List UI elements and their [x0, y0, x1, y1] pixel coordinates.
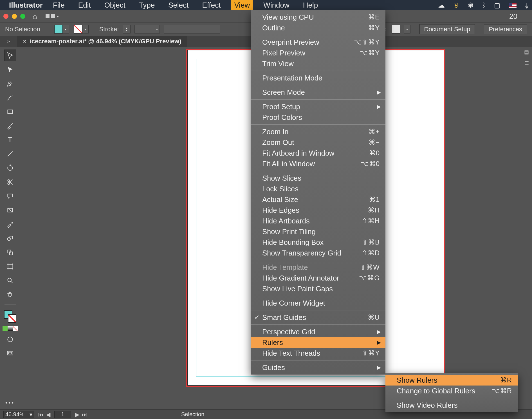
stroke-weight-stepper[interactable]: ▴▾: [123, 25, 131, 33]
tool-paintbrush[interactable]: [4, 120, 16, 132]
menubar-item-file[interactable]: File: [50, 0, 68, 10]
view-menu-item-proof-setup[interactable]: Proof Setup▶: [251, 101, 385, 112]
view-menu-item-overprint-preview[interactable]: Overprint Preview⌥⇧⌘Y: [251, 37, 385, 48]
menubar-item-view[interactable]: View: [231, 0, 253, 10]
close-window-button[interactable]: [3, 14, 8, 19]
view-menu-item-guides[interactable]: Guides▶: [251, 362, 385, 373]
stroke-swatch[interactable]: [74, 25, 82, 33]
stroke-swatch-dropdown[interactable]: ▾: [82, 25, 89, 33]
view-menu-item-presentation-mode[interactable]: Presentation Mode: [251, 73, 385, 83]
zoom-level-field[interactable]: 46.94%▾: [3, 411, 34, 418]
rulers-submenu-item-show-rulers[interactable]: Show Rulers⌘R: [385, 375, 518, 386]
wifi-icon[interactable]: ⏚: [525, 1, 529, 9]
brush-definition-select[interactable]: [164, 25, 220, 33]
view-menu-item-screen-mode[interactable]: Screen Mode▶: [251, 87, 385, 98]
tool-blend[interactable]: [4, 232, 16, 244]
artboard-nav-next[interactable]: ▶⏭: [74, 411, 88, 418]
stroke-label[interactable]: Stroke:: [99, 26, 119, 33]
shield-icon[interactable]: ⛨: [453, 1, 460, 9]
expand-panels-handle[interactable]: ››: [0, 36, 17, 47]
tool-gradient[interactable]: [4, 204, 16, 216]
rulers-submenu-item-change-to-global-rulers[interactable]: Change to Global Rulers⌥⌘R: [385, 386, 518, 396]
view-menu-item-hide-edges[interactable]: Hide Edges⌘H: [251, 205, 385, 216]
menubar-item-type[interactable]: Type: [136, 0, 158, 10]
view-menu-item-zoom-in[interactable]: Zoom In⌘+: [251, 126, 385, 137]
screen-mode-icon[interactable]: [4, 348, 16, 359]
view-menu-item-trim-view[interactable]: Trim View: [251, 58, 385, 69]
document-tab[interactable]: × icecream-poster.ai* @ 46.94% (CMYK/GPU…: [17, 36, 187, 47]
edit-toolbar-button[interactable]: •••: [5, 400, 15, 406]
preferences-button[interactable]: Preferences: [484, 24, 527, 34]
view-menu-item-lock-slices[interactable]: Lock Slices: [251, 183, 385, 194]
view-menu-item-fit-all-in-window[interactable]: Fit All in Window⌥⌘0: [251, 158, 385, 169]
rulers-submenu-item-show-video-rulers[interactable]: Show Video Rulers: [385, 400, 518, 411]
view-menu-item-hide-text-threads[interactable]: Hide Text Threads⇧⌘Y: [251, 348, 385, 358]
home-icon[interactable]: ⌂: [33, 12, 37, 21]
color-mode-buttons[interactable]: [3, 326, 18, 331]
menu-item-label: Outline: [262, 24, 368, 32]
menubar-item-effect[interactable]: Effect: [199, 0, 223, 10]
fan-icon[interactable]: ❃: [468, 1, 473, 9]
tool-artboard[interactable]: [4, 261, 16, 272]
menubar-item-edit[interactable]: Edit: [75, 0, 94, 10]
us-flag-icon[interactable]: [509, 3, 517, 8]
airplay-icon[interactable]: ▢: [494, 1, 500, 9]
view-menu-item-hide-artboards[interactable]: Hide Artboards⇧⌘H: [251, 216, 385, 226]
view-menu-item-show-print-tiling[interactable]: Show Print Tiling: [251, 226, 385, 237]
view-menu-item-hide-corner-widget[interactable]: Hide Corner Widget: [251, 298, 385, 308]
minimize-window-button[interactable]: [12, 14, 17, 19]
draw-mode-icon[interactable]: [4, 333, 16, 345]
view-menu-item-pixel-preview[interactable]: Pixel Preview⌥⌘Y: [251, 48, 385, 58]
view-menu-item-outline[interactable]: Outline⌘Y: [251, 23, 385, 33]
stroke-weight-select[interactable]: ▾: [134, 25, 160, 33]
graphic-style-swatch[interactable]: [392, 25, 400, 33]
tool-eyedropper[interactable]: [4, 218, 16, 230]
view-menu-item-fit-artboard-in-window[interactable]: Fit Artboard in Window⌘0: [251, 148, 385, 158]
view-menu-item-proof-colors[interactable]: Proof Colors: [251, 112, 385, 123]
app-name[interactable]: Illustrator: [9, 1, 43, 10]
view-menu-item-zoom-out[interactable]: Zoom Out⌘−: [251, 137, 385, 148]
tool-hand[interactable]: [4, 289, 16, 301]
view-menu-item-smart-guides[interactable]: ✓Smart Guides⌘U: [251, 312, 385, 323]
menubar-item-window[interactable]: Window: [261, 0, 292, 10]
tool-zoom[interactable]: [4, 275, 16, 286]
view-menu-item-perspective-grid[interactable]: Perspective Grid▶: [251, 326, 385, 337]
tool-rectangle[interactable]: [4, 106, 16, 118]
properties-panel-icon[interactable]: ▤: [524, 49, 529, 55]
view-menu-item-show-slices[interactable]: Show Slices: [251, 173, 385, 183]
view-menu-item-show-live-paint-gaps[interactable]: Show Live Paint Gaps: [251, 283, 385, 294]
fill-stroke-indicator[interactable]: [4, 310, 16, 323]
tool-symbol-sprayer[interactable]: [4, 247, 16, 258]
artboard-number-field[interactable]: 1: [54, 411, 71, 418]
cloud-icon[interactable]: ☁︎: [438, 1, 445, 9]
view-menu-item-show-transparency-grid[interactable]: Show Transparency Grid⇧⌘D: [251, 248, 385, 258]
fill-swatch-dropdown[interactable]: ▾: [63, 25, 69, 33]
tool-pen[interactable]: [4, 78, 16, 89]
view-menu-item-actual-size[interactable]: Actual Size⌘1: [251, 194, 385, 205]
tool-curvature[interactable]: [4, 92, 16, 104]
menubar-item-object[interactable]: Object: [102, 0, 128, 10]
view-menu-item-hide-bounding-box[interactable]: Hide Bounding Box⇧⌘B: [251, 237, 385, 248]
close-tab-icon[interactable]: ×: [23, 38, 26, 45]
view-menu-item-hide-gradient-annotator[interactable]: Hide Gradient Annotator⌥⌘G: [251, 273, 385, 283]
artboard-nav[interactable]: ⏮◀: [37, 411, 51, 418]
menubar-item-help[interactable]: Help: [300, 0, 321, 10]
tool-rotate[interactable]: [4, 162, 16, 174]
tool-speech[interactable]: [4, 190, 16, 202]
view-menu-item-rulers[interactable]: Rulers▶: [251, 337, 385, 348]
document-setup-button[interactable]: Document Setup: [419, 24, 475, 34]
tool-line-segment[interactable]: [4, 148, 16, 160]
bluetooth-icon[interactable]: ᛒ: [482, 1, 486, 9]
view-menu-item-view-using-cpu[interactable]: View using CPU⌘E: [251, 12, 385, 23]
zoom-window-button[interactable]: [20, 14, 25, 19]
menu-item-label: Hide Bounding Box: [262, 238, 362, 247]
tool-direct-selection[interactable]: [4, 64, 16, 75]
fill-swatch[interactable]: [54, 25, 63, 33]
menubar-item-select[interactable]: Select: [165, 0, 191, 10]
tool-type[interactable]: T: [4, 134, 16, 146]
layers-panel-icon[interactable]: ☰: [524, 60, 529, 66]
tool-selection[interactable]: [4, 50, 16, 61]
graphic-style-dropdown[interactable]: ▾: [404, 25, 410, 33]
tool-scissors[interactable]: [4, 176, 16, 188]
workspace-layout-picker[interactable]: ▾: [46, 14, 59, 19]
